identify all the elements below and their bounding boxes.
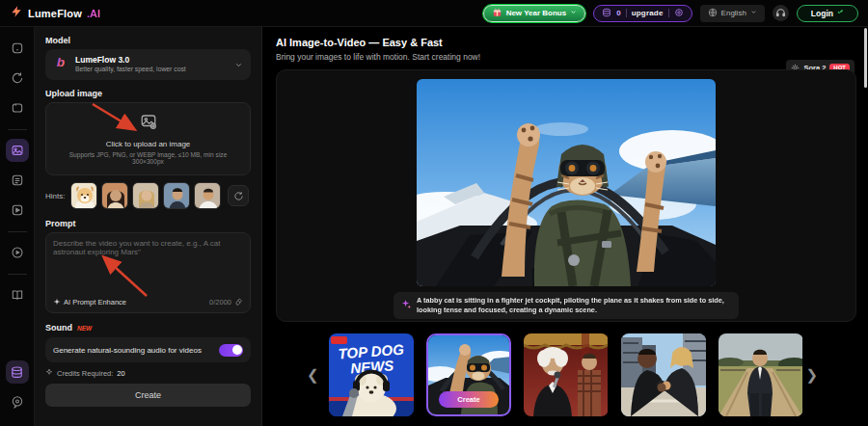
- hint-thumbnail-woman-1[interactable]: [101, 182, 128, 209]
- logo-suffix: .AI: [87, 8, 100, 19]
- thumb-create-button[interactable]: Create: [439, 391, 499, 408]
- upgrade-button[interactable]: upgrade: [632, 9, 664, 17]
- sidebar-item-templates[interactable]: [6, 169, 29, 192]
- page-subtitle: Bring your images to life with motion. S…: [276, 52, 856, 62]
- chevron-down-icon: [234, 56, 243, 73]
- prompt-container: AI Prompt Enhance 0/2000: [45, 232, 251, 313]
- audio-toggle[interactable]: [219, 344, 243, 357]
- divider: [8, 274, 27, 275]
- carousel-thumb-dog-news[interactable]: TOP DOG NEWS: [329, 333, 414, 416]
- sidebar-item-image-to-video[interactable]: [6, 139, 29, 162]
- divider: [668, 9, 669, 17]
- divider: [8, 231, 27, 232]
- upload-section-label: Upload image: [45, 89, 251, 98]
- language-selector[interactable]: English: [700, 5, 765, 22]
- sprout-icon: [836, 9, 844, 18]
- gift-icon: [492, 7, 502, 19]
- char-counter: 0/2000: [209, 297, 243, 307]
- model-section-label: Model: [45, 36, 251, 45]
- svg-text:b: b: [57, 55, 65, 69]
- carousel-thumb-street-pair[interactable]: [621, 333, 706, 416]
- new-year-bonus-button[interactable]: New Year Bonus: [483, 5, 586, 22]
- carousel-track: TOP DOG NEWS: [329, 333, 803, 416]
- create-button[interactable]: Create: [45, 384, 251, 407]
- sidebar-bottom: [6, 360, 29, 426]
- icon-sidebar: [0, 27, 35, 426]
- sidebar-item-video-tools[interactable]: [6, 199, 29, 222]
- sparkle-icon: [53, 298, 61, 307]
- enhance-label: AI Prompt Enhance: [64, 298, 126, 306]
- sound-section-header: Sound NEW: [45, 323, 251, 333]
- hints-refresh-button[interactable]: [228, 185, 249, 206]
- divider: [626, 9, 627, 17]
- carousel-prev-button[interactable]: ❮: [307, 366, 319, 384]
- credits-required-label: Credits Required:: [57, 369, 113, 378]
- examples-carousel: ❮ TOP DOG NEWS: [276, 330, 856, 426]
- support-headset-button[interactable]: [773, 5, 789, 21]
- chevron-down-icon: [750, 9, 757, 17]
- headset-icon: [775, 5, 786, 22]
- hints-label: Hints:: [45, 192, 65, 200]
- carousel-thumb-singer[interactable]: [524, 333, 609, 416]
- audio-toggle-label: Generate natural-sounding audio for vide…: [53, 346, 202, 355]
- credits-count: 0: [616, 9, 620, 17]
- sidebar-item-feedback[interactable]: [6, 390, 29, 413]
- model-name: LumeFlow 3.0: [75, 55, 228, 66]
- login-button[interactable]: Login: [797, 5, 858, 22]
- sidebar-item-history[interactable]: [6, 67, 29, 90]
- chevron-down-icon: [570, 9, 577, 17]
- preview-stage: A tabby cat is sitting in a fighter jet …: [276, 69, 856, 322]
- sidebar-item-guide[interactable]: [6, 283, 29, 306]
- coins-icon: [602, 8, 611, 19]
- ai-prompt-enhance-button[interactable]: AI Prompt Enhance: [53, 298, 126, 307]
- hints-row: Hints:: [45, 182, 251, 209]
- hint-thumbnail-man-1[interactable]: [163, 182, 190, 209]
- upload-dropzone[interactable]: Click to upload an image Supports JPG, P…: [45, 102, 251, 175]
- toggle-knob: [232, 345, 242, 355]
- caption-text: A tabby cat is sitting in a fighter jet …: [417, 296, 731, 315]
- credit-spark-icon: [45, 368, 53, 378]
- page-title: AI Image-to-Video — Easy & Fast: [276, 37, 856, 48]
- sidebar-item-projects[interactable]: [6, 96, 29, 120]
- generation-settings-panel: Model b LumeFlow 3.0 Better quality, fas…: [35, 27, 262, 426]
- logo-bolt-icon: [10, 5, 23, 22]
- hint-thumbnail-man-2[interactable]: [194, 182, 221, 209]
- credits-required-value: 20: [117, 369, 124, 378]
- app-window: LumeFlow.AI New Year Bonus: [0, 0, 868, 426]
- char-counter-value: 0/2000: [209, 298, 231, 306]
- logo-text: LumeFlow: [28, 8, 82, 19]
- globe-icon: [708, 8, 718, 19]
- sidebar-item-home[interactable]: [6, 37, 29, 60]
- main-content: AI Image-to-Video — Easy & Fast Bring yo…: [262, 27, 868, 426]
- model-description: Better quality, faster speed, lower cost: [75, 66, 228, 73]
- language-label: English: [721, 9, 746, 17]
- sidebar-item-videos[interactable]: [6, 241, 29, 264]
- model-select[interactable]: b LumeFlow 3.0 Better quality, faster sp…: [45, 49, 251, 80]
- carousel-thumb-cat-pilot-selected[interactable]: Create: [426, 333, 511, 416]
- login-label: Login: [811, 9, 833, 18]
- hint-thumbnail-woman-2[interactable]: [132, 182, 159, 209]
- vip-icon: [674, 8, 684, 19]
- prompt-footer: AI Prompt Enhance 0/2000: [53, 297, 243, 307]
- hero-preview-image[interactable]: [417, 79, 716, 286]
- model-meta: LumeFlow 3.0 Better quality, faster spee…: [75, 55, 228, 73]
- hint-thumbnail-dog[interactable]: [70, 182, 97, 209]
- model-logo-icon: b: [53, 55, 68, 74]
- prompt-section-label: Prompt: [45, 219, 251, 228]
- carousel-next-button[interactable]: ❯: [805, 366, 818, 384]
- sound-label: Sound: [45, 323, 72, 333]
- magic-sparkle-icon: [401, 296, 412, 313]
- carousel-thumb-reporter[interactable]: [719, 333, 803, 416]
- prompt-caption: A tabby cat is sitting in a fighter jet …: [393, 292, 739, 319]
- new-badge: NEW: [77, 325, 92, 332]
- eraser-icon[interactable]: [234, 297, 243, 307]
- sidebar-item-credits[interactable]: [6, 360, 29, 384]
- logo[interactable]: LumeFlow.AI: [10, 5, 100, 22]
- scrollbar-thumb[interactable]: [864, 28, 867, 88]
- bonus-label: New Year Bonus: [506, 9, 567, 17]
- upload-cta-text: Click to upload an image: [106, 140, 191, 148]
- header-actions: New Year Bonus 0 upgrade: [483, 5, 858, 22]
- credits-upgrade-pill[interactable]: 0 upgrade: [593, 5, 692, 22]
- prompt-input[interactable]: [53, 239, 243, 295]
- upload-image-icon: [140, 113, 157, 134]
